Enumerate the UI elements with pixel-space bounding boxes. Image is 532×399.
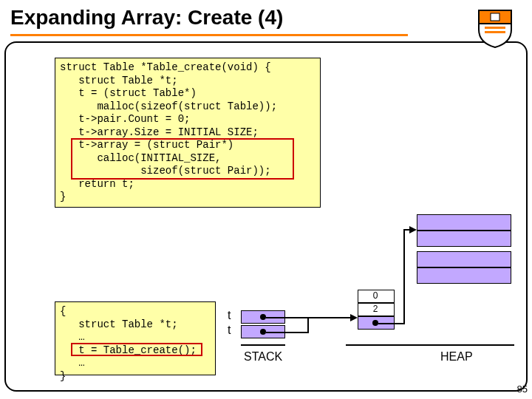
- code-line: …: [60, 331, 85, 343]
- heap-array-0a: [417, 214, 511, 231]
- page-number: 85: [517, 383, 528, 395]
- code-line: t = (struct Table*): [60, 87, 197, 99]
- heap-array-0b: [417, 231, 511, 247]
- heap-underline: [346, 344, 514, 346]
- svg-rect-0: [491, 13, 499, 21]
- arrow-head-1: [350, 314, 358, 321]
- title-underline: [10, 34, 408, 36]
- arrow-line-1: [266, 317, 352, 318]
- code-line: malloc(sizeof(struct Table));: [60, 100, 277, 112]
- heap-array-1b: [417, 267, 511, 284]
- code-line: struct Table *t;: [60, 75, 178, 86]
- arrow-line-2b: [307, 317, 309, 333]
- princeton-shield-icon: [474, 7, 516, 49]
- heap-val-2b: 2: [361, 304, 390, 314]
- arrow-line-3b: [403, 229, 405, 324]
- arrow-line-3a: [378, 323, 405, 324]
- arrow-head-3: [409, 226, 417, 233]
- code-line: t->pair.Count = 0;: [60, 113, 190, 125]
- heap-val-0b: 0: [361, 290, 390, 301]
- slide-title: Expanding Array: Create (4): [6, 4, 429, 38]
- code-block-caller: { struct Table *t; … t = Table_create();…: [55, 301, 216, 375]
- code-line: {: [60, 305, 66, 317]
- code-line: }: [60, 370, 66, 382]
- code-line: t->array.Size = INITIAL SIZE;: [60, 126, 259, 138]
- pointer-dot-1: [260, 314, 266, 320]
- code-line: }: [60, 191, 66, 202]
- pointer-dot-2: [260, 329, 266, 335]
- code-line: struct Table *Table_create(void) {: [60, 61, 271, 73]
- memory-diagram: t t STACK 0 2 0 2 HEAP: [222, 200, 517, 384]
- code-line: struct Table *t;: [60, 318, 178, 330]
- arrow-line-2a: [266, 332, 309, 333]
- stack-var-t1: t: [228, 309, 231, 322]
- heap-label: HEAP: [440, 350, 473, 364]
- svg-rect-2: [485, 31, 505, 33]
- code-line: …: [60, 357, 85, 369]
- pointer-dot-3: [372, 320, 378, 326]
- title-text: Expanding Array: Create (4): [10, 6, 283, 29]
- stack-label: STACK: [244, 350, 282, 364]
- stack-underline: [241, 344, 285, 346]
- highlight-box-2: [71, 343, 202, 356]
- code-block-create: struct Table *Table_create(void) { struc…: [55, 58, 321, 208]
- highlight-box-1: [71, 138, 294, 180]
- stack-var-t2: t: [228, 324, 231, 337]
- svg-rect-1: [485, 27, 505, 29]
- heap-array-1a: [417, 251, 511, 267]
